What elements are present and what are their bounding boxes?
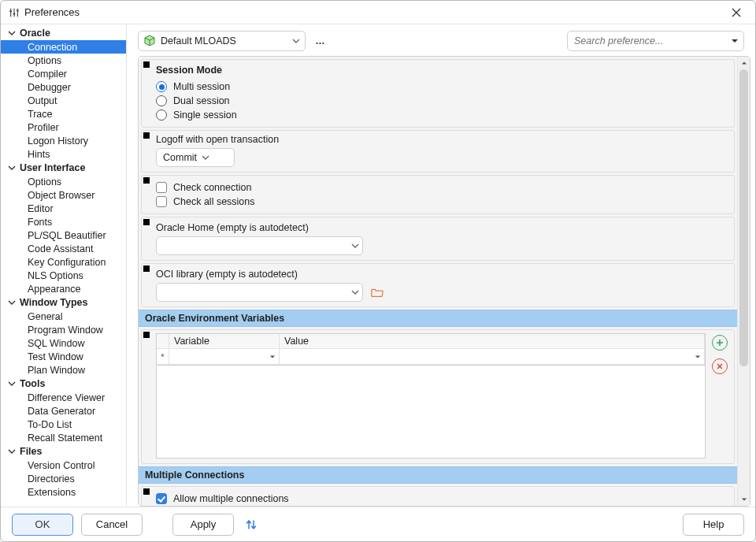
sort-button[interactable] <box>242 515 261 534</box>
radio-multi-session[interactable]: Multi session <box>156 80 728 94</box>
chevron-down-icon <box>7 28 17 38</box>
radio-icon <box>156 81 167 92</box>
tree-item-trace[interactable]: Trace <box>1 107 126 121</box>
tree-item-profiler[interactable]: Profiler <box>1 121 126 134</box>
tree-group-files[interactable]: Files <box>1 444 126 458</box>
tree-item-appearance[interactable]: Appearance <box>1 282 126 295</box>
cancel-button[interactable]: Cancel <box>81 514 143 536</box>
dropdown-caret-icon <box>269 354 276 360</box>
chevron-down-icon <box>7 447 17 456</box>
oci-library-select[interactable] <box>156 283 363 302</box>
scroll-down-icon[interactable] <box>738 493 750 506</box>
col-value: Value <box>280 334 705 348</box>
tree-group-label: Oracle <box>20 28 50 39</box>
tree-item-logon-history[interactable]: Logon History <box>1 134 126 147</box>
tree-item-plan-window[interactable]: Plan Window <box>1 363 126 377</box>
env-grid-empty-area <box>156 366 706 458</box>
chevron-down-icon <box>351 242 359 250</box>
tree-group-window-types[interactable]: Window Types <box>1 295 126 310</box>
radio-icon <box>156 95 167 106</box>
tree-group-tools[interactable]: Tools <box>1 377 126 391</box>
tree-item-compiler[interactable]: Compiler <box>1 67 126 80</box>
cell-variable-0[interactable] <box>169 349 280 364</box>
check-all-sessions[interactable]: Check all sessions <box>156 195 728 209</box>
oracle-home-group: Oracle Home (empty is autodetect) <box>141 217 735 261</box>
tree-item-key-configuration[interactable]: Key Configuration <box>1 255 126 269</box>
logoff-group: Logoff with open transaction Commit <box>141 130 735 173</box>
apply-button[interactable]: Apply <box>172 514 234 536</box>
tree-item-extensions[interactable]: Extensions <box>1 485 126 499</box>
logoff-label: Logoff with open transaction <box>156 134 728 148</box>
cell-value-0[interactable] <box>280 349 705 364</box>
pin-icon <box>143 177 150 184</box>
radio-single-session[interactable]: Single session <box>156 108 728 122</box>
tree-item-pl-sql-beautifier[interactable]: PL/SQL Beautifier <box>1 228 126 242</box>
tree-item-options[interactable]: Options <box>1 175 126 188</box>
tree-item-debugger[interactable]: Debugger <box>1 80 126 94</box>
tree-group-label: User Interface <box>20 162 85 173</box>
radio-dual-session[interactable]: Dual session <box>156 94 728 108</box>
ok-button[interactable]: OK <box>12 514 73 536</box>
footer: OK Cancel Apply Help <box>1 507 755 541</box>
svg-point-0 <box>9 9 12 12</box>
tree-item-recall-statement[interactable]: Recall Statement <box>1 431 126 444</box>
help-button[interactable]: Help <box>683 514 744 536</box>
pin-icon <box>143 488 150 495</box>
titlebar: Preferences <box>1 1 755 24</box>
browse-folder-button[interactable] <box>371 287 384 298</box>
search-preference-box[interactable] <box>567 31 744 51</box>
tree-group-user-interface[interactable]: User Interface <box>1 161 126 175</box>
tree-item-object-browser[interactable]: Object Browser <box>1 188 126 202</box>
pin-icon <box>143 332 150 338</box>
multi-conn-band: Multiple Connections <box>139 466 737 484</box>
category-tree[interactable]: OracleConnectionOptionsCompilerDebuggerO… <box>1 24 126 507</box>
logoff-select[interactable]: Commit <box>156 148 235 167</box>
tree-item-output[interactable]: Output <box>1 94 126 107</box>
tree-group-label: Tools <box>20 378 45 389</box>
tree-item-hints[interactable]: Hints <box>1 147 126 161</box>
profile-more-button[interactable]: … <box>312 35 329 46</box>
tree-item-program-window[interactable]: Program Window <box>1 323 126 336</box>
tree-item-sql-window[interactable]: SQL Window <box>1 336 126 350</box>
env-vars-grid[interactable]: Variable Value * <box>156 333 706 366</box>
settings-content: Session Mode Multi session Dual session … <box>139 57 737 506</box>
tree-item-difference-viewer[interactable]: Difference Viewer <box>1 391 126 404</box>
tree-item-data-generator[interactable]: Data Generator <box>1 404 126 418</box>
tree-group-label: Files <box>20 446 43 457</box>
tree-item-directories[interactable]: Directories <box>1 472 126 485</box>
profile-select[interactable]: Default MLOADS <box>138 31 306 51</box>
tree-item-code-assistant[interactable]: Code Assistant <box>1 242 126 255</box>
tree-group-oracle[interactable]: Oracle <box>1 26 126 40</box>
scrollbar-thumb[interactable] <box>739 69 748 366</box>
scroll-up-icon[interactable] <box>738 57 750 69</box>
tree-item-nls-options[interactable]: NLS Options <box>1 269 126 282</box>
pin-icon <box>143 219 150 225</box>
check-allow-multiple[interactable]: Allow multiple connections <box>156 492 728 506</box>
checkbox-icon <box>156 182 167 193</box>
delete-row-button[interactable] <box>712 358 728 374</box>
add-row-button[interactable] <box>712 335 728 351</box>
tree-item-editor[interactable]: Editor <box>1 202 126 215</box>
preferences-icon <box>9 7 20 18</box>
oci-library-group: OCI library (empty is autodetect) <box>141 263 735 307</box>
oracle-home-select[interactable] <box>156 236 363 255</box>
tree-item-version-control[interactable]: Version Control <box>1 458 126 472</box>
tree-item-fonts[interactable]: Fonts <box>1 215 126 228</box>
tree-item-to-do-list[interactable]: To-Do List <box>1 418 126 431</box>
tree-item-connection[interactable]: Connection <box>1 40 126 54</box>
chevron-down-icon <box>351 288 359 296</box>
close-button[interactable] <box>725 2 747 24</box>
pin-icon <box>143 132 150 139</box>
tree-group-label: Window Types <box>20 297 87 308</box>
checkbox-icon <box>156 196 167 207</box>
chevron-down-icon <box>7 163 17 173</box>
oracle-home-label: Oracle Home (empty is autodetect) <box>156 222 728 236</box>
pin-icon <box>143 265 150 272</box>
tree-item-options[interactable]: Options <box>1 54 126 67</box>
tree-item-general[interactable]: General <box>1 310 126 323</box>
env-vars-grid-group: Variable Value * <box>141 329 735 464</box>
content-scrollbar[interactable] <box>737 57 750 506</box>
tree-item-test-window[interactable]: Test Window <box>1 350 126 363</box>
check-connection[interactable]: Check connection <box>156 180 728 195</box>
search-input[interactable] <box>573 35 731 47</box>
